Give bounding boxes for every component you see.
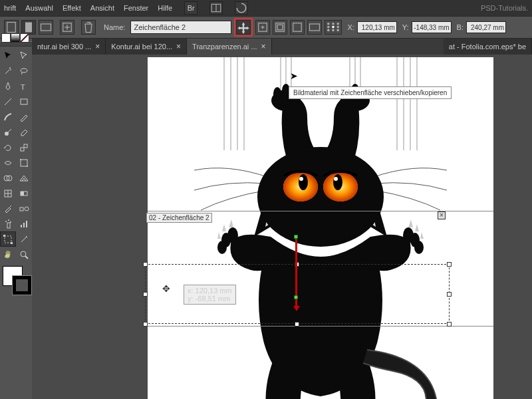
selection-handle[interactable]	[447, 322, 452, 327]
artboard-name-input[interactable]	[130, 21, 231, 34]
rectangle-tool-icon[interactable]	[16, 94, 32, 109]
stroke-swatch[interactable]	[12, 275, 32, 295]
blend-tool-icon[interactable]	[16, 201, 32, 216]
lasso-tool-icon[interactable]	[16, 63, 32, 78]
line-tool-icon[interactable]	[0, 94, 16, 109]
new-artboard-icon[interactable]	[60, 20, 74, 35]
color-mode-icon[interactable]	[1, 33, 11, 43]
move-artwork-with-artboard-button[interactable]	[236, 20, 251, 35]
x-label: X:	[347, 23, 354, 31]
svg-point-19	[332, 26, 335, 29]
svg-rect-49	[26, 221, 27, 227]
align-option-icon[interactable]	[290, 20, 305, 35]
menu-item[interactable]: hrift	[4, 4, 16, 12]
shape-builder-tool-icon[interactable]	[0, 170, 16, 186]
close-icon[interactable]: ×	[176, 42, 181, 51]
svg-point-24	[21, 68, 27, 72]
arrange-icon[interactable]	[209, 1, 223, 15]
eyedropper-tool-icon[interactable]	[0, 201, 16, 216]
document-tab[interactable]: ntur.ai bei 300 ...×	[32, 39, 106, 55]
blob-brush-tool-icon[interactable]	[0, 124, 16, 140]
w-label: B:	[457, 23, 464, 31]
svg-line-54	[25, 256, 28, 259]
svg-point-85	[334, 177, 338, 181]
doc-setup-icon[interactable]	[4, 20, 19, 35]
bridge-icon[interactable]: Br	[184, 1, 198, 15]
svg-point-42	[25, 207, 29, 211]
x-input[interactable]	[357, 21, 397, 33]
selection-handle[interactable]	[143, 322, 148, 327]
document-tab[interactable]: Kontur.ai bei 120...×	[106, 39, 187, 55]
options-bar: Name: X: Y: B:	[0, 16, 532, 39]
align-option-icon[interactable]	[307, 20, 322, 35]
gradient-tool-icon[interactable]	[16, 186, 32, 201]
eraser-tool-icon[interactable]	[16, 124, 32, 140]
menu-item[interactable]: Auswahl	[25, 4, 53, 12]
orient-portrait-icon[interactable]	[21, 20, 36, 35]
selection-handle[interactable]	[143, 292, 148, 297]
pencil-tool-icon[interactable]	[16, 109, 32, 124]
reference-grid-icon[interactable]	[325, 20, 342, 35]
align-option-icon[interactable]	[255, 20, 270, 35]
document-tab[interactable]: Tranzparenzen.ai ...×	[187, 39, 271, 55]
type-tool-icon[interactable]: T	[16, 78, 32, 94]
document-tab[interactable]: at - Fotolia.com.eps* be	[444, 39, 532, 55]
align-option-icon[interactable]	[273, 20, 287, 35]
canvas[interactable]: 02 - Zeichenfläche 2 × ✥ x: 120,13 mmy: …	[48, 55, 532, 399]
mesh-tool-icon[interactable]	[0, 186, 16, 201]
tooltip: Bildmaterial mit Zeichenfläche verschieb…	[289, 86, 452, 99]
none-mode-icon[interactable]	[20, 33, 29, 43]
slice-tool-icon[interactable]	[16, 231, 32, 247]
free-transform-tool-icon[interactable]	[16, 155, 32, 170]
selection-handle[interactable]	[143, 262, 148, 267]
svg-point-44	[5, 221, 7, 222]
width-tool-icon[interactable]	[0, 155, 16, 170]
svg-rect-40	[21, 192, 24, 196]
artboard-close-icon[interactable]: ×	[438, 211, 446, 219]
svg-rect-12	[278, 25, 283, 30]
gradient-mode-icon[interactable]	[11, 33, 20, 43]
close-icon[interactable]: ×	[261, 42, 266, 51]
y-input[interactable]	[412, 21, 452, 33]
graph-tool-icon[interactable]	[16, 216, 32, 231]
selection-handle[interactable]	[447, 292, 452, 297]
svg-rect-31	[21, 160, 27, 166]
sync-icon[interactable]	[235, 1, 248, 15]
menu-item[interactable]: Effekt	[63, 4, 81, 12]
svg-point-18	[327, 26, 330, 29]
svg-point-71	[273, 87, 281, 100]
svg-point-82	[299, 174, 308, 190]
svg-rect-47	[21, 225, 22, 227]
perspective-grid-tool-icon[interactable]	[16, 170, 32, 186]
svg-rect-29	[21, 148, 24, 151]
menu-item[interactable]: Hilfe	[158, 4, 172, 12]
close-icon[interactable]: ×	[95, 42, 100, 51]
rotate-tool-icon[interactable]	[0, 140, 16, 155]
scale-tool-icon[interactable]	[16, 140, 32, 155]
selection-handle[interactable]	[447, 262, 452, 267]
menu-item[interactable]: Fenster	[124, 4, 148, 12]
artboard-tool-icon[interactable]	[0, 231, 16, 247]
magic-wand-tool-icon[interactable]	[0, 63, 16, 78]
selection-handle[interactable]	[295, 322, 299, 327]
svg-rect-52	[11, 242, 13, 244]
pen-tool-icon[interactable]	[0, 78, 16, 94]
w-input[interactable]	[466, 21, 506, 33]
hand-tool-icon[interactable]	[0, 247, 16, 262]
direct-selection-tool-icon[interactable]	[16, 48, 32, 63]
svg-point-21	[327, 29, 330, 32]
artboard-label: 02 - Zeichenfläche 2	[146, 213, 212, 223]
brush-tool-icon[interactable]	[0, 109, 16, 124]
svg-point-84	[299, 177, 303, 181]
svg-rect-13	[293, 23, 302, 32]
orient-landscape-icon[interactable]	[39, 20, 53, 35]
symbol-sprayer-tool-icon[interactable]	[0, 216, 16, 231]
color-swatches[interactable]	[0, 265, 32, 299]
menu-item[interactable]: Ansicht	[90, 4, 114, 12]
svg-text:T: T	[21, 83, 25, 91]
selection-tool-icon[interactable]	[0, 48, 16, 63]
svg-point-91	[414, 241, 424, 254]
zoom-tool-icon[interactable]	[16, 247, 32, 262]
move-cursor-icon: ✥	[162, 283, 170, 294]
delete-artboard-icon[interactable]	[81, 20, 96, 35]
